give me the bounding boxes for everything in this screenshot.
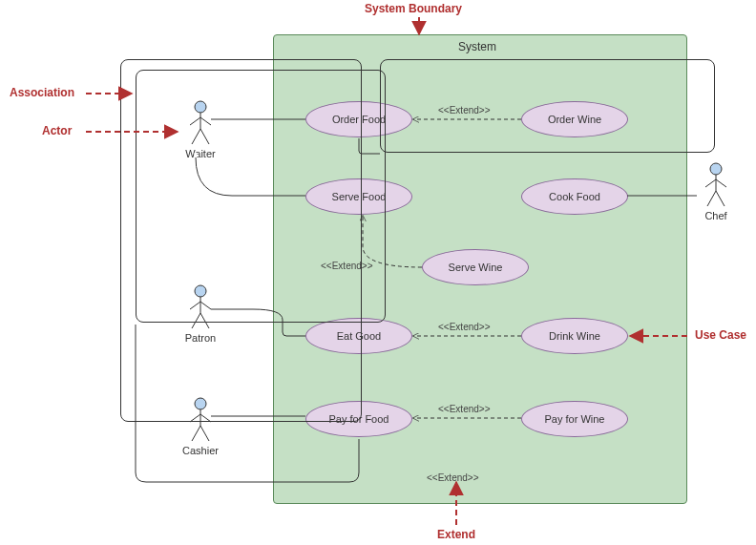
callout-actor: Actor — [42, 124, 72, 137]
association-line — [120, 59, 362, 422]
callout-system-boundary: System Boundary — [365, 2, 462, 15]
svg-line-20 — [705, 179, 716, 187]
svg-point-18 — [710, 163, 722, 175]
actor-label: Chef — [697, 210, 735, 221]
callout-association: Association — [10, 86, 74, 99]
svg-line-23 — [716, 191, 724, 206]
callout-extend: Extend — [437, 528, 475, 541]
extend-label: <<Extend>> — [427, 472, 479, 483]
diagram-canvas: System Order Food Order Wine Serve Food … — [0, 0, 756, 545]
svg-line-22 — [707, 191, 716, 206]
system-label: System — [458, 40, 496, 53]
extend-label: <<Extend>> — [438, 322, 491, 332]
svg-line-21 — [716, 179, 726, 187]
extend-label: <<Extend>> — [438, 404, 491, 414]
usecase-serve-wine: Serve Wine — [422, 249, 529, 285]
usecase-cook-food: Cook Food — [521, 178, 628, 215]
stickfigure-icon — [702, 162, 730, 208]
callout-use-case: Use Case — [695, 328, 746, 342]
extend-label: <<Extend>> — [438, 105, 491, 115]
svg-line-16 — [192, 426, 200, 441]
usecase-pay-wine: Pay for Wine — [521, 401, 628, 437]
svg-line-17 — [200, 426, 209, 441]
association-line — [380, 59, 715, 153]
usecase-drink-wine: Drink Wine — [521, 318, 628, 354]
extend-label: <<Extend>> — [321, 261, 373, 271]
actor-chef: Chef — [697, 162, 735, 221]
actor-label: Cashier — [181, 445, 220, 456]
